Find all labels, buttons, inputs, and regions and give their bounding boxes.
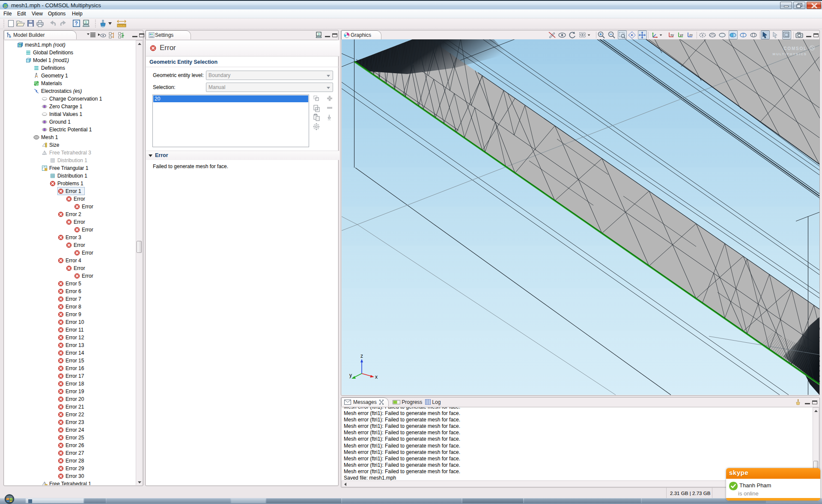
svg-text:y: y bbox=[349, 372, 352, 378]
svg-text:xy: xy bbox=[670, 33, 674, 37]
svg-text:yz: yz bbox=[680, 33, 683, 37]
svg-text:z: z bbox=[360, 353, 363, 359]
svg-text:?: ? bbox=[318, 33, 320, 36]
svg-text:COMSOL: COMSOL bbox=[783, 46, 807, 51]
svg-text:zx: zx bbox=[689, 33, 693, 37]
svg-text:?: ? bbox=[85, 21, 87, 24]
svg-text:x: x bbox=[375, 374, 378, 380]
svg-text:MULTIPHYSICS: MULTIPHYSICS bbox=[772, 52, 807, 56]
svg-text:?: ? bbox=[75, 21, 78, 27]
